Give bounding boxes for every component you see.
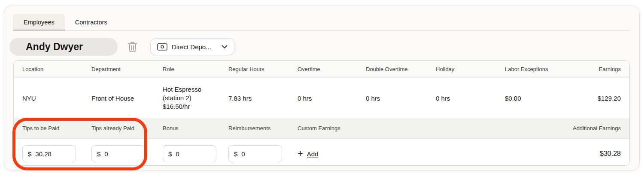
header-double-overtime: Double Overtime	[366, 66, 436, 72]
header-tips-already-paid: Tips already Paid	[91, 125, 163, 131]
hours-table-header: Location Department Role Regular Hours O…	[14, 61, 629, 78]
tab-contractors[interactable]: Contractors	[65, 14, 118, 30]
header-reimbursements: Reimbursements	[228, 125, 298, 131]
employee-bar: Andy Dwyer Direct Depo...	[9, 38, 630, 56]
tab-bar: Employees Contractors	[13, 14, 630, 31]
cash-icon	[157, 43, 167, 51]
bonus-input[interactable]	[176, 150, 211, 158]
additional-earnings-header: Tips to be Paid Tips already Paid Bonus …	[14, 118, 629, 139]
payroll-card: Employees Contractors Andy Dwyer	[4, 6, 640, 170]
earnings-value: $129.20	[569, 95, 621, 102]
location-value: NYU	[22, 95, 91, 102]
overtime-value: 0 hrs	[298, 95, 366, 102]
delete-employee-button[interactable]	[128, 41, 137, 53]
dollar-prefix: $	[28, 150, 31, 158]
header-overtime: Overtime	[298, 66, 366, 72]
header-custom-earnings: Custom Earnings	[298, 125, 535, 131]
regular-hours-value: 7.83 hrs	[228, 95, 298, 102]
labor-exceptions-value: $0.00	[505, 95, 569, 102]
plus-icon[interactable]: +	[298, 149, 303, 158]
header-tips-to-be-paid: Tips to be Paid	[22, 125, 91, 131]
additional-earnings-row: $ $ $ $	[14, 139, 629, 165]
header-location: Location	[22, 66, 91, 72]
header-regular-hours: Regular Hours	[228, 66, 298, 72]
role-value: Hot Espresso (station 2) $16.50/hr	[163, 85, 228, 111]
tab-employees[interactable]: Employees	[13, 14, 65, 30]
tips-already-paid-input[interactable]	[104, 150, 140, 158]
tips-to-be-paid-field[interactable]: $	[22, 145, 76, 162]
reimbursements-field[interactable]: $	[228, 145, 282, 162]
holiday-value: 0 hrs	[436, 95, 505, 102]
tips-already-paid-field[interactable]: $	[91, 145, 145, 162]
header-bonus: Bonus	[163, 125, 228, 131]
header-department: Department	[91, 66, 163, 72]
employee-pay-table: Location Department Role Regular Hours O…	[13, 60, 630, 166]
dollar-prefix: $	[168, 150, 172, 158]
payment-method-label: Direct Depo...	[172, 43, 211, 51]
header-holiday: Holiday	[436, 66, 505, 72]
payment-method-dropdown[interactable]: Direct Depo...	[150, 38, 234, 55]
employee-name-pill[interactable]: Andy Dwyer	[9, 38, 118, 56]
dollar-prefix: $	[97, 150, 100, 158]
department-value: Front of House	[91, 95, 163, 102]
additional-earnings-total: $30.28	[535, 150, 621, 158]
hours-table-row: NYU Front of House Hot Espresso (station…	[14, 78, 629, 118]
tips-to-be-paid-input[interactable]	[35, 150, 70, 158]
bonus-field[interactable]: $	[163, 145, 216, 162]
dollar-prefix: $	[234, 150, 237, 158]
header-labor-exceptions: Labor Exceptions	[505, 66, 569, 72]
trash-icon	[128, 41, 137, 53]
chevron-down-icon	[222, 45, 228, 49]
header-earnings: Earnings	[569, 66, 621, 72]
header-additional-earnings: Additional Earnings	[535, 125, 621, 131]
header-role: Role	[163, 66, 228, 72]
reimbursements-input[interactable]	[241, 150, 276, 158]
double-overtime-value: 0 hrs	[366, 95, 436, 102]
add-custom-earning-link[interactable]: Add	[307, 150, 319, 158]
